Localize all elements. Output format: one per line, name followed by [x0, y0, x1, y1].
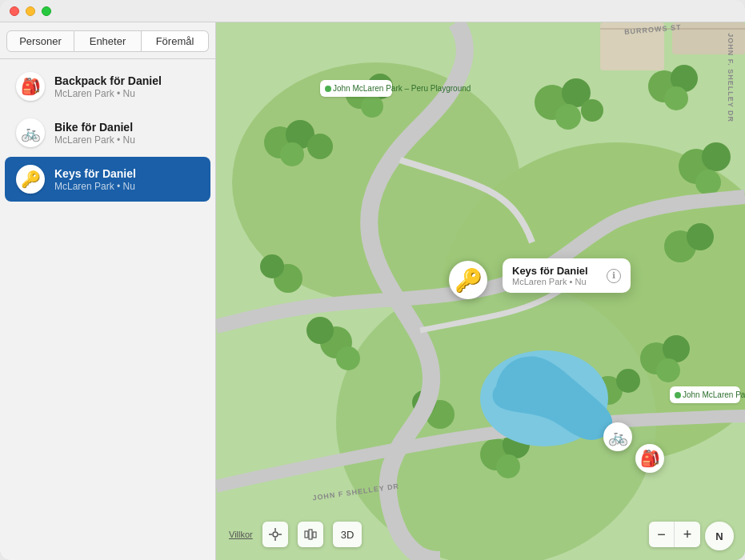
svg-point-19	[702, 142, 731, 171]
svg-point-7	[307, 134, 333, 159]
svg-point-22	[687, 223, 714, 250]
bike-pin-circle: 🚲	[603, 422, 632, 451]
tab-bar: Personer Enheter Föremål	[0, 22, 215, 59]
svg-point-14	[581, 99, 603, 122]
keys-map-pin[interactable]: 🔑	[449, 261, 487, 299]
svg-point-10	[361, 95, 383, 118]
zoom-controls: − +	[649, 522, 700, 547]
callout-subtitle: McLaren Park • Nu	[512, 277, 588, 286]
backpack-map-pin[interactable]: 🎒	[635, 444, 664, 473]
titlebar	[0, 0, 745, 22]
compass-button[interactable]: N	[705, 522, 734, 550]
app-window: Personer Enheter Föremål 🎒 Backpack för …	[0, 0, 745, 560]
svg-point-30	[496, 454, 520, 478]
list-item-bike[interactable]: 🚲 Bike för Daniel McLaren Park • Nu	[5, 110, 210, 155]
backpack-pin-circle: 🎒	[635, 444, 664, 473]
peru-playground-label: John McLaren Park – Peru Playground	[320, 80, 392, 97]
maximize-button[interactable]	[42, 6, 51, 16]
svg-point-27	[616, 369, 640, 393]
items-list: 🎒 Backpack för Daniel McLaren Park • Nu …	[0, 59, 215, 560]
callout-text: Keys för Daniel McLaren Park • Nu	[512, 265, 588, 286]
minimize-button[interactable]	[26, 6, 35, 16]
svg-point-20	[695, 170, 721, 195]
svg-rect-48	[313, 532, 316, 538]
svg-point-6	[280, 142, 304, 166]
terms-link[interactable]: Villkor	[229, 530, 253, 539]
svg-rect-47	[309, 530, 312, 539]
backpack-text: Backpack för Daniel McLaren Park • Nu	[54, 74, 199, 99]
close-button[interactable]	[10, 6, 19, 16]
backpack-title: Backpack för Daniel	[54, 74, 199, 87]
list-item-keys[interactable]: 🔑 Keys för Daniel McLaren Park • Nu	[5, 157, 210, 202]
callout-title: Keys för Daniel	[512, 265, 588, 277]
bike-icon: 🚲	[16, 118, 45, 147]
keys-subtitle: McLaren Park • Nu	[54, 181, 199, 192]
bike-map-pin[interactable]: 🚲	[603, 422, 632, 451]
bike-title: Bike för Daniel	[54, 121, 199, 134]
tab-personer[interactable]: Personer	[6, 30, 74, 52]
svg-point-13	[555, 104, 581, 130]
keys-text: Keys för Daniel McLaren Park • Nu	[54, 167, 199, 192]
svg-rect-46	[305, 531, 308, 538]
map-type-button[interactable]	[298, 522, 323, 547]
sidebar: Personer Enheter Föremål 🎒 Backpack för …	[0, 22, 216, 560]
list-item-backpack[interactable]: 🎒 Backpack för Daniel McLaren Park • Nu	[5, 64, 210, 109]
keys-icon: 🔑	[16, 165, 45, 194]
svg-point-17	[664, 86, 688, 110]
tab-foremal[interactable]: Föremål	[142, 30, 209, 52]
road-label-shelley-right: JOHN F. SHELLEY DR	[727, 33, 735, 122]
3d-button[interactable]: 3D	[333, 522, 362, 547]
svg-point-34	[306, 317, 334, 344]
keys-pin-circle: 🔑	[449, 261, 487, 299]
tab-enheter[interactable]: Enheter	[74, 30, 142, 52]
map-controls: Villkor	[229, 522, 362, 547]
backpack-subtitle: McLaren Park • Nu	[54, 88, 199, 99]
zoom-out-button[interactable]: −	[649, 522, 675, 547]
keys-title: Keys för Daniel	[54, 167, 199, 180]
svg-point-35	[336, 346, 360, 370]
map-container[interactable]: BURROWS ST JOHN F. SHELLEY DR JOHN F SHE…	[216, 22, 745, 560]
svg-point-41	[273, 532, 278, 537]
svg-point-37	[260, 254, 284, 278]
callout-info-button[interactable]: ℹ	[607, 269, 621, 283]
svg-point-25	[656, 358, 680, 382]
location-button[interactable]	[262, 522, 288, 547]
backpack-icon: 🎒	[16, 72, 45, 101]
keys-callout[interactable]: Keys för Daniel McLaren Park • Nu ℹ	[503, 258, 631, 293]
bike-subtitle: McLaren Park • Nu	[54, 134, 199, 146]
svg-point-24	[663, 335, 690, 362]
redwood-playground-label: John McLaren Park - Redwood Grove Playgr…	[670, 386, 740, 403]
main-content: Personer Enheter Föremål 🎒 Backpack för …	[0, 22, 745, 560]
zoom-in-button[interactable]: +	[675, 522, 700, 547]
bike-text: Bike för Daniel McLaren Park • Nu	[54, 121, 199, 146]
